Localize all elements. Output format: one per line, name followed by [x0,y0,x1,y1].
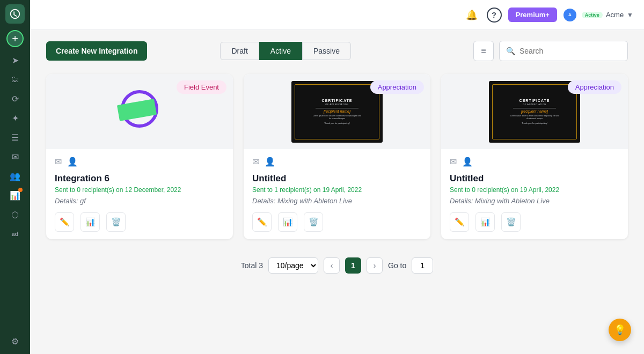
sidebar-icon-chart[interactable]: 📊 [6,187,24,204]
card-tag-2: Appreciation [370,80,424,94]
email-icon: ✉ [55,157,62,167]
card-icons-row-1: ✉ 👤 [55,157,224,167]
user-icon-2: 👤 [265,157,275,167]
pagination: Total 3 10/page 20/page 50/page ‹ 1 › Go… [46,252,628,284]
integration-card-3: CERTIFICATE OF APPRECIATION [recipient n… [441,74,628,239]
per-page-select[interactable]: 10/page 20/page 50/page [268,257,318,274]
notification-icon[interactable]: 🔔 [463,6,480,24]
certificate-preview-2: CERTIFICATE OF APPRECIATION [recipient n… [291,81,383,143]
integration-card-1: Field Event ✉ 👤 Integration 6 Sent to 0 … [46,74,233,239]
chart-button-2[interactable]: 📊 [278,212,297,232]
page-prev-button[interactable]: ‹ [324,257,340,274]
lightbulb-icon: 💡 [614,324,626,336]
premium-button[interactable]: Premium+ [508,8,557,22]
top-navigation: 🔔 ? Premium+ A Active Acme ▼ [30,0,644,30]
email-icon-3: ✉ [450,157,457,167]
card-details-1: Details: gf [55,197,224,205]
email-icon-2: ✉ [252,157,259,167]
delete-button-3[interactable]: 🗑️ [501,212,521,232]
card-body-1: ✉ 👤 Integration 6 Sent to 0 recipient(s)… [46,149,233,239]
sidebar-icon-ad[interactable]: ad [6,225,24,242]
delete-button-2[interactable]: 🗑️ [304,212,323,232]
card-actions-2: ✏️ 📊 🗑️ [252,212,422,232]
add-button[interactable]: + [6,30,24,47]
page-next-button[interactable]: › [367,257,383,274]
sidebar-icon-briefcase[interactable]: 🗂 [6,71,24,88]
tab-active[interactable]: Active [259,42,302,60]
card-body-2: ✉ 👤 Untitled Sent to 1 recipient(s) on 1… [244,149,430,239]
card-icons-row-3: ✉ 👤 [450,157,619,167]
chart-button-3[interactable]: 📊 [475,212,495,232]
search-input[interactable] [519,47,621,55]
card-body-3: ✉ 👤 Untitled Sent to 0 recipient(s) on 1… [441,149,628,239]
card-details-3: Details: Mixing with Ableton Live [450,197,619,205]
card-icons-row-2: ✉ 👤 [252,157,422,167]
chart-badge [18,188,23,192]
card-actions-3: ✏️ 📊 🗑️ [450,212,619,232]
tab-passive[interactable]: Passive [302,42,351,60]
integration-card-2: CERTIFICATE OF APPRECIATION [recipient n… [244,74,430,239]
chevron-down-icon: ▼ [627,11,633,19]
card-preview-1: Field Event [46,74,233,149]
card-tag-1: Field Event [177,80,226,94]
card-preview-2: CERTIFICATE OF APPRECIATION [recipient n… [244,74,430,149]
sidebar-icon-people[interactable]: 👥 [6,167,24,185]
settings-icon[interactable]: ⚙ [6,333,24,350]
sidebar-icon-mail[interactable]: ✉ [6,148,24,165]
card-sent-2: Sent to 1 recipient(s) on 19 April, 2022 [252,186,422,194]
cert-content: CERTIFICATE OF APPRECIATION [recipient n… [313,99,361,124]
help-fab-button[interactable]: 💡 [609,319,631,341]
account-menu[interactable]: A Active Acme ▼ [564,9,633,21]
sidebar-icon-star[interactable]: ✦ [6,109,24,127]
search-box: 🔍 [499,41,628,61]
cert-content-3: CERTIFICATE OF APPRECIATION [recipient n… [510,99,559,124]
edit-button-2[interactable]: ✏️ [252,212,272,232]
card-details-2: Details: Mixing with Ableton Live [252,197,422,205]
delete-button-1[interactable]: 🗑️ [106,212,126,232]
goto-label: Go to [388,261,406,270]
filter-tabs: Draft Active Passive [220,42,351,60]
sidebar-icon-list[interactable]: ☰ [6,129,24,146]
card-sent-1: Sent to 0 recipient(s) on 12 December, 2… [55,186,224,194]
edit-button-1[interactable]: ✏️ [55,212,74,232]
card-title-1: Integration 6 [55,173,224,184]
user-icon-3: 👤 [462,157,473,167]
create-integration-button[interactable]: Create New Integration [46,41,147,61]
sidebar-icon-link[interactable]: ⬡ [6,206,24,223]
page-content: Create New Integration Draft Active Pass… [30,30,644,354]
toolbar-right: ≡ 🔍 [473,41,628,61]
tab-draft[interactable]: Draft [220,42,259,60]
card-sent-3: Sent to 0 recipient(s) on 19 April, 2022 [450,186,619,194]
card-title-3: Untitled [450,173,619,184]
app-logo [5,4,25,24]
logo-graphic [118,90,161,133]
user-icon: 👤 [67,157,78,167]
chart-button-1[interactable]: 📊 [80,212,100,232]
account-status-badge: Active [582,12,603,18]
toolbar: Create New Integration Draft Active Pass… [46,41,628,61]
sidebar: + ➤ 🗂 ⟳ ✦ ☰ ✉ 👥 📊 ⬡ ad ⚙ [0,0,30,354]
goto-input[interactable] [412,257,433,274]
cards-grid: Field Event ✉ 👤 Integration 6 Sent to 0 … [46,74,628,239]
filter-icon: ≡ [481,46,486,56]
filter-button[interactable]: ≡ [473,41,494,61]
account-name: Acme [606,11,624,19]
card-preview-3: CERTIFICATE OF APPRECIATION [recipient n… [441,74,628,149]
main-content: 🔔 ? Premium+ A Active Acme ▼ Create New … [30,0,644,354]
card-title-2: Untitled [252,173,422,184]
search-icon: 🔍 [506,47,515,55]
pagination-total: Total 3 [241,261,263,270]
card-tag-3: Appreciation [568,80,621,94]
account-avatar: A [564,9,576,21]
sidebar-icon-send[interactable]: ➤ [6,51,24,69]
help-icon[interactable]: ? [487,8,502,23]
page-current: 1 [345,257,361,274]
sidebar-icon-integration[interactable]: ⟳ [6,90,24,107]
edit-button-3[interactable]: ✏️ [450,212,469,232]
card-actions-1: ✏️ 📊 🗑️ [55,212,224,232]
certificate-preview-3: CERTIFICATE OF APPRECIATION [recipient n… [489,81,580,143]
